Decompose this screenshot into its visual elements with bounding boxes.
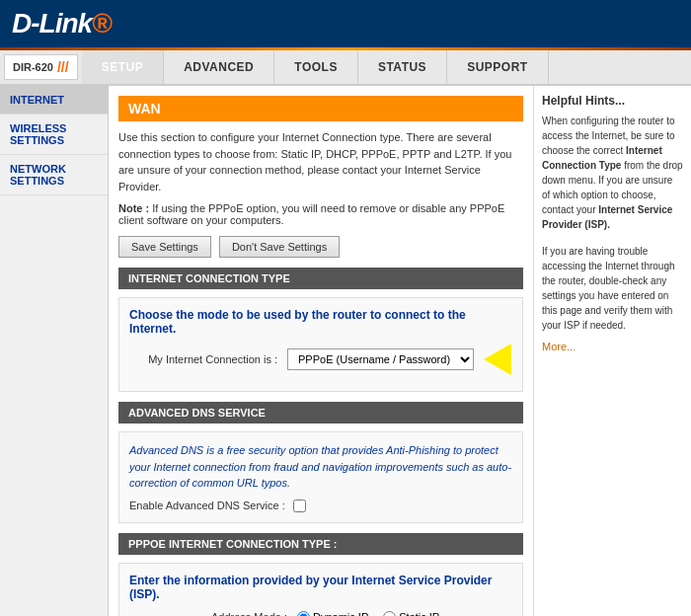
- connection-type-label: My Internet Connection is :: [129, 353, 287, 365]
- header: D-Link®: [0, 0, 691, 47]
- main-content: WAN Use this section to configure your I…: [109, 86, 533, 616]
- wan-info-text: Use this section to configure your Inter…: [118, 129, 523, 194]
- internet-connection-header: INTERNET CONNECTION TYPE: [118, 268, 523, 289]
- connection-type-row: My Internet Connection is : PPPoE (Usern…: [129, 344, 512, 375]
- internet-connection-section: Choose the mode to be used by the router…: [118, 297, 523, 392]
- radio-static-ip[interactable]: [383, 611, 396, 617]
- wan-header: WAN: [118, 96, 523, 121]
- nav-tabs: SETUP ADVANCED TOOLS STATUS SUPPORT: [82, 50, 691, 84]
- radio-static-label: Static IP: [383, 611, 439, 617]
- enable-dns-label: Enable Advanced DNS Service :: [129, 500, 285, 511]
- tab-tools[interactable]: TOOLS: [274, 50, 358, 84]
- hint-text-2: If you are having trouble accessing the …: [542, 244, 683, 333]
- wan-note-text: Note : If using the PPPoE option, you wi…: [118, 202, 523, 226]
- sidebar-item-wireless[interactable]: WIRELESS SETTINGS: [0, 115, 108, 155]
- tab-setup[interactable]: SETUP: [82, 50, 165, 84]
- slashes-icon: ///: [57, 59, 69, 75]
- device-id: DIR-620 ///: [4, 54, 78, 80]
- helpbar: Helpful Hints... When configuring the ro…: [533, 86, 691, 616]
- address-mode-label: Address Mode :: [129, 611, 297, 616]
- enable-dns-checkbox[interactable]: [293, 500, 306, 512]
- tab-support[interactable]: SUPPORT: [447, 50, 549, 84]
- address-mode-radios: Dynamic IP Static IP: [297, 611, 439, 617]
- hint-title: Helpful Hints...: [542, 94, 683, 108]
- connection-blue-text: Choose the mode to be used by the router…: [129, 308, 512, 336]
- radio-dynamic-label: Dynamic IP: [297, 611, 368, 617]
- sidebar: INTERNET WIRELESS SETTINGS NETWORK SETTI…: [0, 86, 109, 616]
- enable-dns-row: Enable Advanced DNS Service :: [129, 500, 512, 512]
- arrow-yellow-icon: [484, 344, 511, 375]
- tab-advanced[interactable]: ADVANCED: [164, 50, 274, 84]
- advanced-dns-header: ADVANCED DNS SERVICE: [118, 402, 523, 424]
- hint-text: When configuring the router to access th…: [542, 114, 683, 232]
- pppoe-header: PPPOE INTERNET CONNECTION TYPE :: [118, 533, 523, 555]
- nav-bar: DIR-620 /// SETUP ADVANCED TOOLS STATUS …: [0, 50, 691, 86]
- more-link[interactable]: More...: [542, 341, 683, 352]
- pppoe-blue-text: Enter the information provided by your I…: [129, 574, 512, 601]
- dont-save-settings-button[interactable]: Don't Save Settings: [219, 236, 340, 258]
- button-row: Save Settings Don't Save Settings: [118, 236, 523, 258]
- connection-type-select[interactable]: PPPoE (Username / Password) Static IP DH…: [287, 348, 474, 370]
- main-layout: INTERNET WIRELESS SETTINGS NETWORK SETTI…: [0, 86, 691, 616]
- save-settings-button[interactable]: Save Settings: [118, 236, 211, 258]
- tab-status[interactable]: STATUS: [358, 50, 447, 84]
- pppoe-section: Enter the information provided by your I…: [118, 563, 523, 617]
- address-mode-row: Address Mode : Dynamic IP Static IP: [129, 611, 512, 617]
- dns-description: Advanced DNS is a free security option t…: [129, 442, 512, 492]
- sidebar-item-network[interactable]: NETWORK SETTINGS: [0, 155, 108, 195]
- advanced-dns-section: Advanced DNS is a free security option t…: [118, 431, 523, 523]
- sidebar-item-internet[interactable]: INTERNET: [0, 86, 108, 115]
- dlink-logo: D-Link®: [12, 8, 112, 39]
- radio-dynamic-ip[interactable]: [297, 611, 310, 617]
